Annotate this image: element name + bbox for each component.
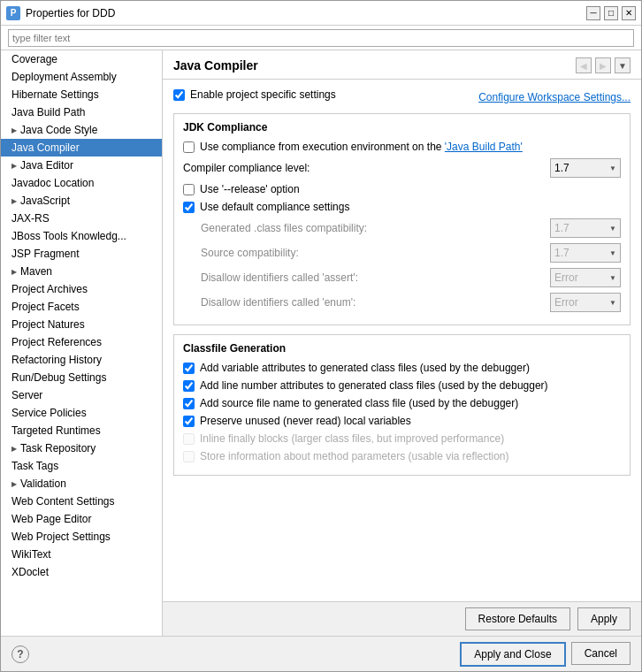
search-input[interactable] bbox=[8, 29, 634, 47]
use-compliance-label: Use compliance from execution environmen… bbox=[200, 141, 523, 153]
classfile-items: Add variable attributes to generated cla… bbox=[183, 362, 621, 462]
footer: ? Apply and Close Cancel bbox=[1, 636, 641, 671]
nav-menu-button[interactable]: ▼ bbox=[615, 57, 631, 73]
use-release-checkbox[interactable] bbox=[183, 184, 195, 195]
jdk-title: JDK Compliance bbox=[183, 121, 621, 134]
classfile-label-0: Add variable attributes to generated cla… bbox=[200, 362, 530, 374]
sidebar-item-project-references[interactable]: Project References bbox=[1, 333, 162, 351]
apply-and-close-button[interactable]: Apply and Close bbox=[460, 642, 565, 667]
sidebar-item-java-build-path[interactable]: Java Build Path bbox=[1, 103, 162, 121]
jdk-section: JDK Compliance Use compliance from execu… bbox=[173, 113, 631, 325]
cancel-button[interactable]: Cancel bbox=[571, 642, 631, 665]
panel-nav: ◀ ▶ ▼ bbox=[576, 57, 631, 73]
sidebar-item-server[interactable]: Server bbox=[1, 386, 162, 404]
sidebar-item-project-facets[interactable]: Project Facets bbox=[1, 298, 162, 316]
sidebar-item-javadoc-location[interactable]: Javadoc Location bbox=[1, 174, 162, 192]
sidebar-item-refactoring-history[interactable]: Refactoring History bbox=[1, 351, 162, 369]
sidebar-item-java-code-style[interactable]: Java Code Style bbox=[1, 121, 162, 139]
use-release-row: Use '--release' option bbox=[183, 183, 621, 195]
sidebar-item-project-archives[interactable]: Project Archives bbox=[1, 280, 162, 298]
close-button[interactable]: ✕ bbox=[622, 6, 636, 20]
classfile-item-5: Store information about method parameter… bbox=[183, 450, 621, 462]
assert-arrow: ▼ bbox=[609, 274, 616, 282]
sidebar-item-service-policies[interactable]: Service Policies bbox=[1, 404, 162, 422]
source-dropdown: 1.7 ▼ bbox=[550, 243, 621, 263]
compiler-level-label: Compiler compliance level: bbox=[183, 162, 550, 174]
panel-body: Enable project specific settings Configu… bbox=[163, 80, 641, 601]
classfile-checkbox-1[interactable] bbox=[183, 380, 195, 392]
sidebar-item-run/debug-settings[interactable]: Run/Debug Settings bbox=[1, 369, 162, 386]
assert-label: Disallow identifiers called 'assert': bbox=[201, 271, 550, 284]
right-panel: Java Compiler ◀ ▶ ▼ Enable project speci… bbox=[163, 50, 641, 636]
sidebar-item-jboss-tools-knowledg...[interactable]: JBoss Tools Knowledg... bbox=[1, 227, 162, 245]
help-button[interactable]: ? bbox=[11, 645, 29, 663]
classfile-checkbox-0[interactable] bbox=[183, 363, 195, 374]
sidebar-item-targeted-runtimes[interactable]: Targeted Runtimes bbox=[1, 422, 162, 439]
generated-label: Generated .class files compatibility: bbox=[201, 222, 550, 234]
generated-arrow: ▼ bbox=[609, 225, 616, 233]
sidebar-item-hibernate-settings[interactable]: Hibernate Settings bbox=[1, 86, 162, 103]
sidebar-item-task-repository[interactable]: Task Repository bbox=[1, 439, 162, 457]
compiler-level-dropdown[interactable]: 1.7 ▼ bbox=[550, 158, 621, 178]
assert-row: Disallow identifiers called 'assert': Er… bbox=[201, 268, 621, 287]
classfile-item-3: Preserve unused (never read) local varia… bbox=[183, 415, 621, 427]
classfile-item-4: Inline finally blocks (larger class file… bbox=[183, 432, 621, 445]
classfile-label-3: Preserve unused (never read) local varia… bbox=[200, 415, 411, 427]
sidebar-item-coverage[interactable]: Coverage bbox=[1, 50, 162, 68]
generated-dropdown: 1.7 ▼ bbox=[550, 218, 621, 238]
use-compliance-checkbox[interactable] bbox=[183, 141, 195, 153]
use-release-label: Use '--release' option bbox=[200, 183, 300, 195]
classfile-checkbox-2[interactable] bbox=[183, 398, 195, 409]
classfile-label-1: Add line number attributes to generated … bbox=[200, 379, 548, 392]
bottom-buttons: Restore Defaults Apply bbox=[163, 601, 641, 636]
window-title: Properties for DDD bbox=[26, 7, 586, 19]
classfile-checkbox-3[interactable] bbox=[183, 416, 195, 427]
enable-checkbox[interactable] bbox=[173, 89, 185, 101]
classfile-item-1: Add line number attributes to generated … bbox=[183, 379, 621, 392]
panel-header: Java Compiler ◀ ▶ ▼ bbox=[163, 50, 641, 80]
sidebar-item-java-editor[interactable]: Java Editor bbox=[1, 157, 162, 174]
compiler-level-arrow: ▼ bbox=[609, 164, 616, 172]
sidebar-item-jax-rs[interactable]: JAX-RS bbox=[1, 210, 162, 227]
use-default-checkbox[interactable] bbox=[183, 202, 195, 213]
classfile-title: Classfile Generation bbox=[183, 342, 621, 355]
enable-checkbox-row: Enable project specific settings bbox=[173, 88, 336, 101]
nav-back-button[interactable]: ◀ bbox=[576, 57, 592, 73]
java-build-path-link[interactable]: 'Java Build Path' bbox=[445, 141, 523, 153]
enum-label: Disallow identifiers called 'enum': bbox=[201, 296, 550, 309]
main-content: CoverageDeployment AssemblyHibernate Set… bbox=[1, 50, 641, 636]
minimize-button[interactable]: ─ bbox=[586, 6, 600, 20]
search-bar bbox=[1, 26, 641, 50]
sidebar-item-jsp-fragment[interactable]: JSP Fragment bbox=[1, 245, 162, 263]
sidebar-item-web-content-settings[interactable]: Web Content Settings bbox=[1, 493, 162, 510]
sidebar-item-task-tags[interactable]: Task Tags bbox=[1, 457, 162, 475]
nav-forward-button[interactable]: ▶ bbox=[595, 57, 611, 73]
sidebar-item-validation[interactable]: Validation bbox=[1, 475, 162, 493]
generated-row: Generated .class files compatibility: 1.… bbox=[201, 218, 621, 238]
sidebar-item-javascript[interactable]: JavaScript bbox=[1, 192, 162, 210]
sidebar-item-project-natures[interactable]: Project Natures bbox=[1, 316, 162, 333]
sidebar-item-web-project-settings[interactable]: Web Project Settings bbox=[1, 528, 162, 546]
enable-row: Enable project specific settings Configu… bbox=[173, 88, 631, 106]
classfile-section: Classfile Generation Add variable attrib… bbox=[173, 334, 631, 476]
maximize-button[interactable]: □ bbox=[604, 6, 618, 20]
properties-window: P Properties for DDD ─ □ ✕ CoverageDeplo… bbox=[0, 0, 642, 672]
classfile-item-2: Add source file name to generated class … bbox=[183, 397, 621, 409]
footer-buttons: Apply and Close Cancel bbox=[460, 642, 631, 667]
sidebar-item-deployment-assembly[interactable]: Deployment Assembly bbox=[1, 68, 162, 86]
sidebar-item-java-compiler[interactable]: Java Compiler bbox=[1, 139, 162, 157]
title-bar: P Properties for DDD ─ □ ✕ bbox=[1, 1, 641, 26]
classfile-label-4: Inline finally blocks (larger class file… bbox=[200, 432, 504, 445]
sidebar-item-web-page-editor[interactable]: Web Page Editor bbox=[1, 510, 162, 528]
source-arrow: ▼ bbox=[609, 249, 616, 257]
sidebar-item-xdoclet[interactable]: XDoclet bbox=[1, 563, 162, 581]
sidebar-item-maven[interactable]: Maven bbox=[1, 263, 162, 280]
classfile-checkbox-5 bbox=[183, 451, 195, 462]
workspace-settings-link[interactable]: Configure Workspace Settings... bbox=[478, 91, 631, 103]
apply-button[interactable]: Apply bbox=[577, 607, 631, 630]
classfile-label-2: Add source file name to generated class … bbox=[200, 397, 518, 409]
sidebar-item-wikitext[interactable]: WikiText bbox=[1, 546, 162, 563]
enable-label: Enable project specific settings bbox=[190, 88, 336, 101]
source-label: Source compatibility: bbox=[201, 247, 550, 259]
restore-defaults-button[interactable]: Restore Defaults bbox=[465, 607, 570, 630]
